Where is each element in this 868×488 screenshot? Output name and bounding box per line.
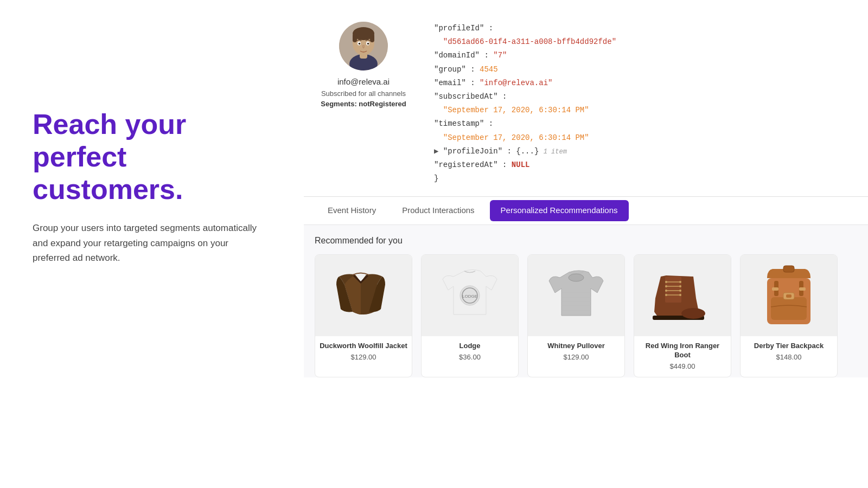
segments-label: Segments: xyxy=(321,100,356,108)
svg-rect-42 xyxy=(772,287,778,291)
product-name-whitney: Whitney Pullover xyxy=(543,342,609,351)
product-image-derby xyxy=(741,255,837,336)
right-panel: info@releva.ai Subscribed for all channe… xyxy=(304,0,868,377)
recommendations-section: Recommended for you xyxy=(304,225,868,377)
json-profileId-key: "profileId" : xyxy=(434,24,493,33)
product-name-lodge: Lodge xyxy=(455,342,485,351)
product-image-redwing xyxy=(634,255,731,336)
profile-json-section: info@releva.ai Subscribed for all channe… xyxy=(304,22,868,196)
product-name-derby: Derby Tier Backpack xyxy=(750,342,828,351)
json-close-brace: } xyxy=(434,174,438,183)
svg-point-27 xyxy=(665,281,667,283)
svg-rect-5 xyxy=(353,34,357,42)
svg-point-9 xyxy=(359,43,361,45)
svg-rect-6 xyxy=(370,34,374,42)
product-card-whitney[interactable]: Whitney Pullover $129.00 xyxy=(527,254,625,377)
json-domainId-val: "7" xyxy=(493,51,507,60)
product-card-lodge[interactable]: LODGE Lodge $36.00 xyxy=(421,254,519,377)
tabs-bar: Event History Product Interactions Perso… xyxy=(304,197,868,225)
product-image-lodge: LODGE xyxy=(422,255,518,336)
svg-point-33 xyxy=(665,294,667,296)
json-registeredAt-key: "registeredAt" : xyxy=(434,160,507,169)
json-email-val: "info@releva.ai" xyxy=(480,79,552,87)
tab-event-history[interactable]: Event History xyxy=(315,197,389,224)
svg-point-30 xyxy=(679,285,681,287)
json-profileJoin-key: "profileJoin" xyxy=(443,147,502,156)
recommended-label: Recommended for you xyxy=(315,236,857,246)
json-group-key: "group" : xyxy=(434,65,475,74)
json-display: "profileId" : "d561ad66-01f4-a311-a008-b… xyxy=(434,22,857,185)
hero-heading: Reach your perfect customers. xyxy=(33,108,271,206)
json-timestamp-key: "timestamp" : xyxy=(434,119,493,128)
json-profileId-val: "d561ad66-01f4-a311-a008-bffb4dd92fde" xyxy=(443,37,616,46)
profile-card: info@releva.ai Subscribed for all channe… xyxy=(315,22,412,108)
product-image-whitney xyxy=(528,255,624,336)
json-expand-icon[interactable]: ▶ xyxy=(434,147,438,156)
product-price-derby: $148.00 xyxy=(776,353,802,361)
product-price-lodge: $36.00 xyxy=(459,353,481,361)
profile-segments: Segments: notRegistered xyxy=(321,100,406,108)
json-profileJoin-comment: 1 item xyxy=(544,148,567,156)
svg-point-29 xyxy=(665,285,667,287)
json-domainId-key: "domainId" : xyxy=(434,51,489,60)
product-card-redwing[interactable]: Red Wing Iron Ranger Boot $449.00 xyxy=(634,254,731,377)
json-email-key: "email" : xyxy=(434,79,475,87)
svg-rect-37 xyxy=(771,297,807,320)
product-name-duckworth: Duckworth Woolfill Jacket xyxy=(315,342,412,351)
svg-point-34 xyxy=(679,294,681,296)
tab-personalized-recommendations[interactable]: Personalized Recommendations xyxy=(490,200,629,221)
svg-text:LODGE: LODGE xyxy=(462,294,477,299)
left-panel: Reach your perfect customers. Group your… xyxy=(0,0,304,298)
svg-rect-22 xyxy=(665,277,681,303)
json-subscribedAt-val: "September 17, 2020, 6:30:14 PM" xyxy=(443,106,589,114)
product-image-duckworth xyxy=(315,255,412,336)
product-price-whitney: $129.00 xyxy=(564,353,589,361)
bottom-section: Event History Product Interactions Perso… xyxy=(304,196,868,377)
hero-subtext: Group your users into targeted segments … xyxy=(33,221,260,265)
profile-subscribed: Subscribed for all channels xyxy=(321,89,406,98)
json-group-val: 4545 xyxy=(480,65,498,74)
product-price-redwing: $449.00 xyxy=(670,362,695,370)
svg-point-19 xyxy=(569,274,584,281)
json-subscribedAt-key: "subscribedAt" : xyxy=(434,92,507,101)
products-row: Duckworth Woolfill Jacket $129.00 xyxy=(315,254,857,377)
svg-point-31 xyxy=(665,290,667,292)
profile-email: info@releva.ai xyxy=(337,77,390,86)
svg-point-21 xyxy=(681,308,705,319)
json-profileJoin-val: : {...} xyxy=(507,147,539,156)
product-card-derby[interactable]: Derby Tier Backpack $148.00 xyxy=(740,254,838,377)
product-name-redwing: Red Wing Iron Ranger Boot xyxy=(634,342,731,360)
json-registeredAt-val: NULL xyxy=(512,160,530,169)
svg-rect-43 xyxy=(799,287,806,291)
avatar xyxy=(339,22,388,70)
svg-point-28 xyxy=(679,281,681,283)
svg-rect-39 xyxy=(786,294,792,298)
tab-product-interactions[interactable]: Product Interactions xyxy=(389,197,487,224)
svg-point-32 xyxy=(679,290,681,292)
product-card-duckworth[interactable]: Duckworth Woolfill Jacket $129.00 xyxy=(315,254,412,377)
segments-value: notRegistered xyxy=(359,100,406,108)
product-price-duckworth: $129.00 xyxy=(351,353,376,361)
json-timestamp-val: "September 17, 2020, 6:30:14 PM" xyxy=(443,133,589,142)
svg-rect-36 xyxy=(783,266,794,272)
svg-point-10 xyxy=(367,43,369,45)
